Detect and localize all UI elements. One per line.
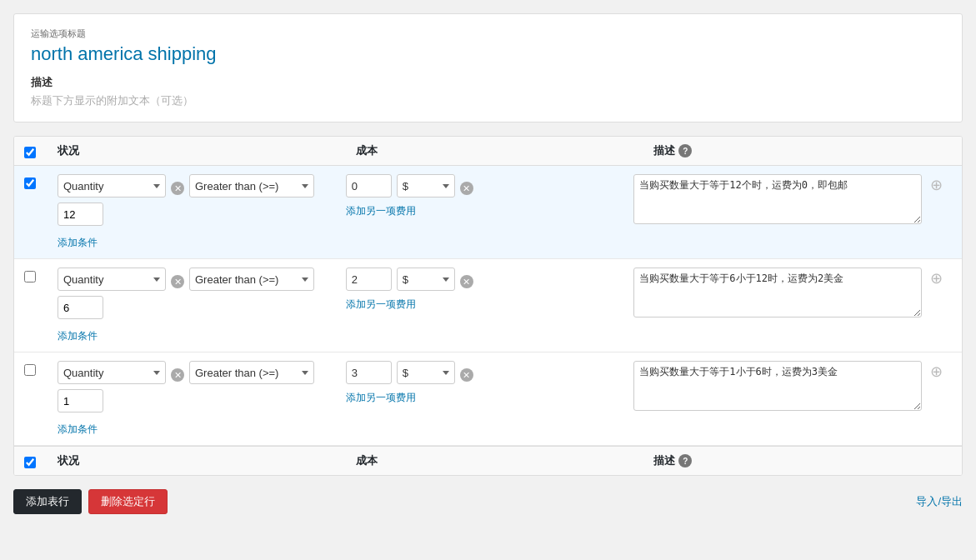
row-1-cost-input[interactable] <box>346 174 392 198</box>
description-placeholder: 标题下方显示的附加文本（可选） <box>31 93 945 108</box>
row-3-description-textarea[interactable]: 当购买数量大于等于1小于6时，运费为3美金 <box>633 361 922 411</box>
row-1-currency-select[interactable]: $ € £ <box>397 174 455 198</box>
row-1-description-textarea[interactable]: 当购买数量大于等于12个时，运费为0，即包邮 <box>633 174 922 224</box>
row-1-add-condition-link[interactable]: 添加条件 <box>58 236 346 250</box>
row-2-drag-handle[interactable]: ⊕ <box>922 268 952 288</box>
row-2-remove-cost-icon[interactable]: ✕ <box>460 275 473 288</box>
footer-description-help-icon[interactable]: ? <box>678 454 692 468</box>
row-1-drag-handle[interactable]: ⊕ <box>922 174 952 194</box>
footer-cost-header: 成本 <box>356 453 654 468</box>
row-2-cost-input[interactable] <box>346 268 392 291</box>
row-3-operator-select[interactable]: Greater than (>=) Less than (<=) Equal t… <box>189 361 314 384</box>
row-3-condition-value-input[interactable] <box>58 389 103 412</box>
add-row-button[interactable]: 添加表行 <box>13 489 82 514</box>
row-3-remove-cost-icon[interactable]: ✕ <box>460 368 473 382</box>
row-2-description-cell: 当购买数量大于等于6小于12时，运费为2美金 <box>633 268 922 318</box>
row-2-cost-cell: $ € £ ✕ 添加另一项费用 <box>346 268 634 312</box>
row-3-add-condition-link[interactable]: 添加条件 <box>58 422 346 437</box>
row-3-remove-condition-icon[interactable]: ✕ <box>171 368 184 382</box>
row-1-condition-type-select[interactable]: Quantity Weight Price <box>58 174 166 198</box>
row-3-currency-select[interactable]: $ € £ <box>397 361 455 384</box>
table-header: 状况 成本 描述 ? <box>14 137 962 166</box>
row-3-condition-type-select[interactable]: Quantity Weight Price <box>58 361 166 384</box>
row-1-remove-cost-icon[interactable]: ✕ <box>460 182 473 195</box>
footer-select-all-checkbox[interactable] <box>24 457 36 468</box>
row-3-drag-handle[interactable]: ⊕ <box>922 361 952 381</box>
table-row: Quantity Weight Price ✕ Greater than (>=… <box>14 259 962 352</box>
row-1-add-cost-link[interactable]: 添加另一项费用 <box>346 204 634 218</box>
shipping-title: north america shipping <box>31 43 945 65</box>
section-label: 运输选项标题 <box>31 28 945 40</box>
row-3-cost-input[interactable] <box>346 361 392 384</box>
row-2-condition-cell: Quantity Weight Price ✕ Greater than (>=… <box>58 268 346 343</box>
row-2-description-textarea[interactable]: 当购买数量大于等于6小于12时，运费为2美金 <box>633 268 922 318</box>
row-2-operator-select[interactable]: Greater than (>=) Less than (<=) Equal t… <box>189 268 314 291</box>
row-2-remove-condition-icon[interactable]: ✕ <box>171 275 184 288</box>
row-1-condition-value-input[interactable] <box>58 202 103 226</box>
description-header: 描述 ? <box>653 143 952 158</box>
row-1-checkbox[interactable] <box>24 178 36 189</box>
cost-header: 成本 <box>356 143 654 158</box>
row-3-description-cell: 当购买数量大于等于1小于6时，运费为3美金 <box>633 361 922 411</box>
row-2-condition-type-select[interactable]: Quantity Weight Price <box>58 268 166 291</box>
bottom-toolbar: 添加表行 删除选定行 导入/导出 <box>13 489 963 514</box>
table-footer-header: 状况 成本 描述 ? <box>14 446 962 475</box>
select-all-checkbox[interactable] <box>24 147 36 158</box>
import-export-link[interactable]: 导入/导出 <box>916 494 963 509</box>
row-2-add-cost-link[interactable]: 添加另一项费用 <box>346 298 634 312</box>
footer-status-header: 状况 <box>58 453 356 468</box>
action-buttons: 添加表行 删除选定行 <box>13 489 168 514</box>
row-2-add-condition-link[interactable]: 添加条件 <box>58 329 346 343</box>
shipping-rules-table: 状况 成本 描述 ? Quantity Weight Price <box>13 136 963 476</box>
footer-description-header: 描述 ? <box>653 453 952 468</box>
description-help-icon[interactable]: ? <box>678 144 692 158</box>
row-3-add-cost-link[interactable]: 添加另一项费用 <box>346 391 634 405</box>
status-header: 状况 <box>58 143 356 158</box>
row-2-checkbox[interactable] <box>24 271 36 282</box>
row-3-cost-cell: $ € £ ✕ 添加另一项费用 <box>346 361 634 405</box>
row-2-condition-value-input[interactable] <box>58 296 103 319</box>
table-row: Quantity Weight Price ✕ Greater than (>=… <box>14 352 962 446</box>
description-label: 描述 <box>31 75 945 90</box>
row-1-operator-select[interactable]: Greater than (>=) Less than (<=) Equal t… <box>189 174 314 198</box>
row-2-currency-select[interactable]: $ € £ <box>397 268 455 291</box>
delete-row-button[interactable]: 删除选定行 <box>88 489 168 514</box>
row-1-description-cell: 当购买数量大于等于12个时，运费为0，即包邮 <box>633 174 922 224</box>
row-1-cost-cell: $ € £ ✕ 添加另一项费用 <box>346 174 634 218</box>
row-3-condition-cell: Quantity Weight Price ✕ Greater than (>=… <box>58 361 346 437</box>
row-1-condition-cell: Quantity Weight Price ✕ Greater than (>=… <box>58 174 346 250</box>
table-row: Quantity Weight Price ✕ Greater than (>=… <box>14 166 962 259</box>
row-3-checkbox[interactable] <box>24 364 36 376</box>
row-1-remove-condition-icon[interactable]: ✕ <box>171 182 184 195</box>
